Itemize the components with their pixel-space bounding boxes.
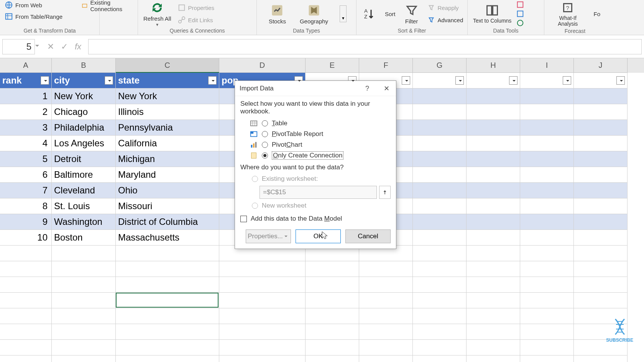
ribbon-group-label: Data Types [260, 28, 353, 35]
help-icon[interactable]: ? [358, 81, 377, 96]
text-to-columns-button[interactable]: Text to Columns [471, 3, 514, 25]
flash-fill-icon[interactable] [516, 0, 524, 9]
cell[interactable]: Baltimore [52, 167, 116, 183]
dna-icon [612, 318, 628, 336]
cell[interactable]: Ohio [116, 183, 219, 198]
svg-rect-10 [487, 6, 492, 15]
cell[interactable]: 6 [0, 167, 52, 183]
cell[interactable]: Massachusetts [116, 230, 219, 246]
forecast-button[interactable]: Fo [591, 10, 603, 18]
refresh-all-button[interactable]: Refresh All ▼ [141, 0, 174, 28]
pivotchart-icon [250, 141, 258, 149]
ribbon: From Web From Table/Range Get & Transfor… [0, 0, 644, 35]
col-header-i[interactable]: I [520, 58, 574, 73]
ribbon-group-label: Sort & Filter [360, 28, 464, 35]
connection-icon [250, 151, 258, 160]
close-icon[interactable]: ✕ [377, 81, 396, 96]
col-header-f[interactable]: F [359, 58, 413, 73]
svg-rect-11 [493, 6, 498, 15]
stocks-button[interactable]: Stocks [266, 3, 288, 25]
cell[interactable]: 5 [0, 151, 52, 167]
cell[interactable]: Michigan [116, 151, 219, 167]
col-header-g[interactable]: G [413, 58, 467, 73]
table-header[interactable]: rank [0, 73, 52, 88]
cell[interactable]: Washington [52, 214, 116, 230]
existing-connections-button[interactable]: Existing Connections [80, 0, 135, 13]
col-header-e[interactable]: E [306, 58, 359, 73]
svg-rect-12 [518, 2, 523, 8]
from-table-range-button[interactable]: From Table/Range [3, 11, 64, 21]
name-box[interactable]: 5 [2, 39, 35, 54]
whatif-analysis-button[interactable]: ? What-If Analysis [547, 0, 588, 28]
cell[interactable]: District of Columbia [116, 214, 219, 230]
from-web-button[interactable]: From Web [3, 0, 44, 10]
remove-dup-icon[interactable] [516, 10, 524, 18]
svg-rect-5 [182, 17, 184, 20]
properties-button: Properties [176, 3, 216, 13]
subscribe-watermark: SUBSCRIBE [606, 318, 633, 343]
cell[interactable]: 1 [0, 88, 52, 104]
radio-table[interactable] [262, 120, 268, 126]
geography-button[interactable]: Geography [297, 3, 330, 25]
cancel-icon[interactable]: ✕ [47, 42, 54, 52]
cell[interactable]: New York [116, 88, 219, 104]
radio-pivotchart[interactable] [262, 142, 268, 148]
cell[interactable]: 3 [0, 120, 52, 136]
properties-button[interactable]: Properties... [246, 229, 291, 243]
cell[interactable]: Pennsylvania [116, 120, 219, 136]
svg-text:A: A [364, 8, 368, 14]
formula-input[interactable] [88, 39, 642, 54]
cell[interactable]: Maryland [116, 167, 219, 183]
cell[interactable]: 9 [0, 214, 52, 230]
ok-button[interactable]: OK [296, 229, 341, 243]
cell[interactable]: New York [52, 88, 116, 104]
cell[interactable]: Detroit [52, 151, 116, 167]
sort-button[interactable]: Sort [383, 10, 398, 18]
col-header-j[interactable]: J [574, 58, 628, 73]
svg-rect-21 [253, 143, 255, 147]
svg-rect-23 [251, 153, 256, 159]
cell[interactable]: Los Angeles [52, 136, 116, 151]
col-header-b[interactable]: B [52, 58, 116, 73]
radio-only-connection[interactable] [262, 152, 268, 159]
advanced-filter-button[interactable]: Advanced [426, 15, 465, 25]
cell[interactable]: 4 [0, 136, 52, 151]
data-types-expand[interactable]: ▼ [340, 5, 347, 22]
cell[interactable]: Philadelphia [52, 120, 116, 136]
filter-button[interactable]: Filter [402, 3, 421, 25]
only-create-connection-label: Only Create Connection [272, 151, 343, 160]
cell[interactable]: 10 [0, 230, 52, 246]
range-picker-icon[interactable] [379, 186, 391, 199]
cell[interactable]: 7 [0, 183, 52, 198]
svg-rect-17 [251, 121, 257, 126]
table-header[interactable]: city [52, 73, 116, 88]
cell[interactable]: Missouri [116, 198, 219, 214]
col-header-d[interactable]: D [219, 58, 306, 73]
cell[interactable]: 2 [0, 104, 52, 120]
checkbox-data-model[interactable] [240, 216, 247, 222]
cancel-button[interactable]: Cancel [345, 229, 391, 243]
table-header[interactable]: state [116, 73, 219, 88]
cell[interactable]: Illinois [116, 104, 219, 120]
sort-za-button[interactable]: AZ [360, 6, 378, 21]
svg-rect-22 [255, 142, 257, 148]
cell[interactable]: St. Louis [52, 198, 116, 214]
col-header-c[interactable]: C [116, 58, 219, 73]
dialog-title-bar[interactable]: Import Data ? ✕ [235, 81, 396, 96]
radio-pivottable[interactable] [262, 131, 268, 137]
col-header-a[interactable]: A [0, 58, 52, 73]
svg-rect-20 [251, 145, 253, 147]
cell[interactable]: Cleveland [52, 183, 116, 198]
data-validation-icon[interactable] [516, 19, 524, 27]
svg-rect-13 [518, 11, 523, 17]
where-prompt: Where do you want to put the data? [240, 164, 391, 171]
fx-icon[interactable]: fx [75, 42, 81, 52]
import-data-dialog: Import Data ? ✕ Select how you want to v… [235, 80, 396, 249]
cell[interactable]: Chicago [52, 104, 116, 120]
cell[interactable]: California [116, 136, 219, 151]
enter-icon[interactable]: ✓ [61, 42, 68, 52]
cell[interactable]: Boston [52, 230, 116, 246]
col-header-h[interactable]: H [467, 58, 520, 73]
cell[interactable]: 8 [0, 198, 52, 214]
dialog-prompt: Select how you want to view this data in… [240, 100, 391, 115]
